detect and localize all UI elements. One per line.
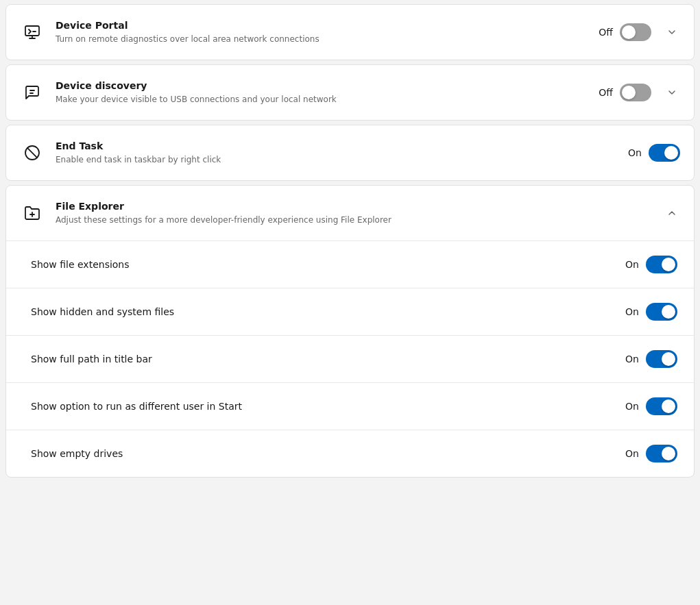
show-run-as-toggle[interactable] [646, 397, 677, 415]
show-file-extensions-thumb [662, 258, 675, 271]
show-empty-drives-status: On [625, 448, 639, 459]
show-hidden-files-status: On [625, 306, 639, 317]
show-full-path-toggle[interactable] [646, 350, 677, 368]
device-portal-status: Off [599, 27, 613, 38]
file-explorer-description: Adjust these settings for a more develop… [56, 214, 658, 226]
svg-line-5 [27, 148, 37, 158]
device-portal-thumb [622, 25, 636, 39]
file-explorer-control [658, 205, 680, 221]
show-empty-drives-control: On [625, 445, 677, 462]
show-hidden-files-toggle[interactable] [646, 303, 677, 321]
device-portal-chevron[interactable] [664, 24, 680, 40]
show-run-as-thumb [662, 399, 675, 413]
show-full-path-control: On [625, 350, 677, 368]
show-run-as-label: Show option to run as different user in … [31, 401, 625, 412]
device-discovery-text: Device discovery Make your device visibl… [56, 79, 599, 106]
end-task-description: Enable end task in taskbar by right clic… [56, 154, 628, 166]
show-run-as-row: Show option to run as different user in … [6, 383, 694, 430]
monitor-icon [20, 20, 45, 45]
device-discovery-row[interactable]: Device discovery Make your device visibl… [6, 65, 694, 120]
end-task-row: End Task Enable end task in taskbar by r… [6, 125, 694, 180]
svg-rect-0 [25, 26, 39, 36]
device-portal-control: Off [599, 23, 680, 41]
file-explorer-text: File Explorer Adjust these settings for … [56, 200, 658, 226]
file-explorer-card: File Explorer Adjust these settings for … [5, 185, 695, 478]
device-portal-card: Device Portal Turn on remote diagnostics… [5, 4, 695, 60]
end-task-icon [20, 140, 45, 165]
message-icon [20, 80, 45, 105]
show-empty-drives-toggle[interactable] [646, 445, 677, 462]
settings-container: Device Portal Turn on remote diagnostics… [0, 4, 700, 478]
file-explorer-header-row[interactable]: File Explorer Adjust these settings for … [6, 186, 694, 240]
show-hidden-files-row: Show hidden and system files On [6, 288, 694, 335]
end-task-card: End Task Enable end task in taskbar by r… [5, 125, 695, 181]
device-portal-toggle[interactable] [620, 23, 651, 41]
show-hidden-files-label: Show hidden and system files [31, 306, 625, 317]
device-discovery-thumb [622, 86, 636, 99]
show-file-extensions-row: Show file extensions On [6, 241, 694, 288]
device-portal-title: Device Portal [56, 19, 599, 33]
file-explorer-title: File Explorer [56, 200, 658, 214]
show-full-path-status: On [625, 354, 639, 365]
device-discovery-card: Device discovery Make your device visibl… [5, 64, 695, 121]
show-run-as-control: On [625, 397, 677, 415]
end-task-control: On [628, 144, 680, 162]
show-file-extensions-toggle[interactable] [646, 256, 677, 273]
show-file-extensions-control: On [625, 256, 677, 273]
device-discovery-status: Off [599, 87, 613, 98]
show-empty-drives-row: Show empty drives On [6, 430, 694, 477]
show-file-extensions-status: On [625, 259, 639, 270]
show-full-path-thumb [662, 352, 675, 366]
device-discovery-title: Device discovery [56, 79, 599, 93]
show-full-path-label: Show full path in title bar [31, 354, 625, 365]
device-portal-text: Device Portal Turn on remote diagnostics… [56, 19, 599, 45]
show-empty-drives-thumb [662, 447, 675, 460]
device-portal-description: Turn on remote diagnostics over local ar… [56, 34, 599, 45]
end-task-toggle[interactable] [649, 144, 680, 162]
show-empty-drives-label: Show empty drives [31, 448, 625, 459]
show-full-path-row: Show full path in title bar On [6, 336, 694, 382]
show-run-as-status: On [625, 401, 639, 412]
device-discovery-control: Off [599, 84, 680, 101]
show-hidden-files-thumb [662, 305, 675, 319]
end-task-text: End Task Enable end task in taskbar by r… [56, 140, 628, 166]
show-file-extensions-label: Show file extensions [31, 259, 625, 270]
device-discovery-toggle[interactable] [620, 84, 651, 101]
end-task-title: End Task [56, 140, 628, 153]
device-discovery-description: Make your device visible to USB connecti… [56, 94, 599, 106]
file-explorer-chevron[interactable] [664, 205, 680, 221]
device-portal-row[interactable]: Device Portal Turn on remote diagnostics… [6, 5, 694, 60]
device-discovery-chevron[interactable] [664, 84, 680, 101]
end-task-status: On [628, 147, 642, 158]
show-hidden-files-control: On [625, 303, 677, 321]
end-task-thumb [664, 146, 678, 160]
folder-icon [20, 201, 45, 225]
